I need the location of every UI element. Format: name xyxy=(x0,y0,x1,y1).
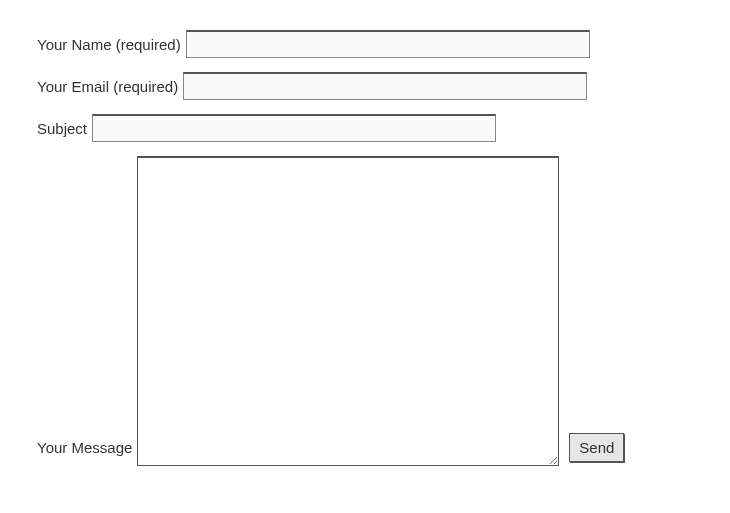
contact-form: Your Name (required) Your Email (require… xyxy=(0,0,730,466)
subject-row: Subject xyxy=(37,114,730,142)
message-label: Your Message xyxy=(37,439,132,466)
message-input[interactable] xyxy=(137,156,559,466)
name-label: Your Name (required) xyxy=(37,34,181,55)
name-row: Your Name (required) xyxy=(37,30,730,58)
subject-label: Subject xyxy=(37,118,87,139)
subject-input[interactable] xyxy=(92,114,496,142)
email-label: Your Email (required) xyxy=(37,76,178,97)
send-button[interactable]: Send xyxy=(569,433,624,462)
email-input[interactable] xyxy=(183,72,587,100)
name-input[interactable] xyxy=(186,30,590,58)
message-row: Your Message Send xyxy=(37,156,730,466)
email-row: Your Email (required) xyxy=(37,72,730,100)
